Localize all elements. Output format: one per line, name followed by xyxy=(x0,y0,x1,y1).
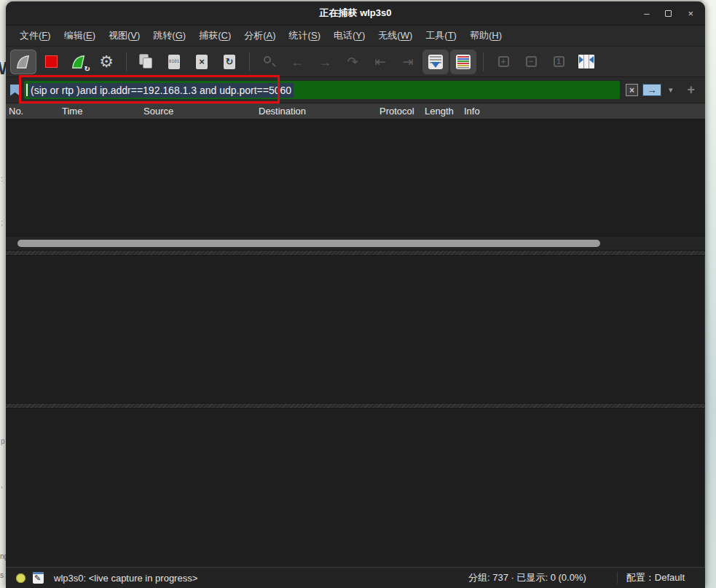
menu-analyze[interactable]: 分析(A) xyxy=(237,26,282,45)
toolbar-separator xyxy=(126,52,127,71)
restart-arrow-icon: ↻ xyxy=(84,65,90,73)
window-title: 正在捕获 wlp3s0 xyxy=(6,7,705,20)
go-back-button[interactable]: ← xyxy=(284,50,310,74)
start-capture-button[interactable] xyxy=(10,50,36,74)
toolbar-separator xyxy=(249,52,250,71)
auto-scroll-icon xyxy=(428,55,443,69)
go-first-packet-button[interactable]: ⇤ xyxy=(367,50,393,74)
column-time[interactable]: Time xyxy=(62,106,82,117)
menu-file[interactable]: 文件(F) xyxy=(13,26,58,45)
go-forward-button[interactable]: → xyxy=(312,50,338,74)
menu-edit[interactable]: 编辑(E) xyxy=(58,26,102,45)
scrollbar-thumb[interactable] xyxy=(17,240,600,247)
find-packet-button[interactable] xyxy=(256,50,283,74)
gear-icon: ⚙ xyxy=(99,54,114,70)
save-file-icon: 0101 xyxy=(168,55,180,69)
apply-filter-button[interactable]: → xyxy=(642,84,661,96)
capture-status-text: wlp3s0: <live capture in progress> xyxy=(54,573,197,584)
text-cursor xyxy=(26,84,28,96)
filter-toolbar: (sip or rtp )and ip.addr==192.168.1.3 an… xyxy=(6,77,705,103)
background-text-fragment: , xyxy=(1,481,3,489)
menu-help[interactable]: 帮助(H) xyxy=(463,26,508,45)
column-source[interactable]: Source xyxy=(143,106,173,117)
open-capture-file-button[interactable] xyxy=(133,50,160,74)
zoom-in-button[interactable]: + xyxy=(490,50,516,74)
expert-info-icon[interactable] xyxy=(16,573,25,583)
packet-list-header: No. Time Source Destination Protocol Len… xyxy=(6,103,705,119)
menu-wireless[interactable]: 无线(W) xyxy=(371,26,419,45)
column-no[interactable]: No. xyxy=(9,106,23,117)
back-arrow-icon: ← xyxy=(291,55,304,68)
go-to-packet-button[interactable]: ↷ xyxy=(339,50,366,74)
capture-options-button[interactable]: ⚙ xyxy=(93,50,119,74)
background-text-fragment: ; xyxy=(1,219,3,227)
zoom-out-icon: − xyxy=(526,56,537,67)
toolbar-separator xyxy=(483,52,484,71)
go-last-packet-button[interactable]: ⇥ xyxy=(395,50,421,74)
save-capture-file-button[interactable]: 0101 xyxy=(161,50,187,74)
maximize-icon[interactable] xyxy=(665,10,672,17)
menu-telephony[interactable]: 电话(Y) xyxy=(327,26,371,45)
background-text-fragment: : xyxy=(1,175,3,183)
menu-capture[interactable]: 捕获(C) xyxy=(192,26,237,45)
shark-fin-icon xyxy=(15,54,31,70)
reload-file-icon: ↻ xyxy=(224,55,235,69)
main-toolbar: ↻ ⚙ 0101 × ↻ ← → ↷ ⇤ xyxy=(6,47,705,77)
profile-text[interactable]: 配置：Default xyxy=(626,571,698,584)
stop-capture-button[interactable] xyxy=(38,50,64,74)
column-length[interactable]: Length xyxy=(425,106,454,117)
pane-splitter[interactable] xyxy=(6,403,705,409)
menu-tools[interactable]: 工具(T) xyxy=(419,26,463,45)
menubar: 文件(F) 编辑(E) 视图(V) 跳转(G) 捕获(C) 分析(A) 统计(S… xyxy=(6,26,705,47)
filter-history-dropdown[interactable]: ▾ xyxy=(666,85,676,95)
packet-details-pane[interactable] xyxy=(6,256,705,403)
first-packet-icon: ⇤ xyxy=(374,55,385,68)
background-text-fragment: s xyxy=(0,571,4,579)
background-text-fragment: p xyxy=(1,437,5,445)
goto-arrow-icon: ↷ xyxy=(347,55,358,68)
pane-splitter[interactable] xyxy=(6,250,705,256)
colorize-button[interactable] xyxy=(450,50,476,74)
stop-square-icon xyxy=(45,55,58,68)
menu-go[interactable]: 跳转(G) xyxy=(146,26,192,45)
column-info[interactable]: Info xyxy=(464,106,480,117)
column-protocol[interactable]: Protocol xyxy=(379,106,414,117)
display-filter-input[interactable]: (sip or rtp )and ip.addr==192.168.1.3 an… xyxy=(24,81,620,99)
forward-arrow-icon: → xyxy=(318,55,331,68)
minimize-icon[interactable]: – xyxy=(644,9,649,18)
titlebar[interactable]: 正在捕获 wlp3s0 – × xyxy=(6,1,705,26)
filter-text-selected: (sip or rtp )and ip.addr==192.168.1.3 an… xyxy=(28,83,294,98)
resize-columns-button[interactable] xyxy=(573,50,599,74)
restart-capture-button[interactable]: ↻ xyxy=(66,50,92,74)
zoom-in-icon: + xyxy=(498,56,509,67)
status-separator xyxy=(617,572,618,584)
column-destination[interactable]: Destination xyxy=(259,106,306,117)
filter-bookmark-icon[interactable] xyxy=(10,85,20,96)
zoom-original-icon: 1 xyxy=(554,56,564,67)
add-filter-button[interactable]: + xyxy=(680,82,699,98)
capture-comment-icon[interactable]: ✎ xyxy=(33,572,44,584)
packet-list-pane[interactable] xyxy=(6,119,705,237)
menu-statistics[interactable]: 统计(S) xyxy=(283,26,327,45)
pencil-icon: ✎ xyxy=(34,573,41,583)
packet-count-text: 分组: 737 · 已显示: 0 (0.0%) xyxy=(468,571,608,584)
menu-view[interactable]: 视图(V) xyxy=(102,26,146,45)
close-capture-file-button[interactable]: × xyxy=(189,50,215,74)
clear-filter-button[interactable]: × xyxy=(626,84,638,96)
packet-bytes-pane[interactable] xyxy=(6,409,705,567)
colorize-icon xyxy=(456,55,471,69)
resize-columns-icon xyxy=(578,55,594,68)
close-file-icon: × xyxy=(196,55,208,69)
zoom-original-button[interactable]: 1 xyxy=(546,50,572,74)
wireshark-window: 正在捕获 wlp3s0 – × 文件(F) 编辑(E) 视图(V) 跳转(G) … xyxy=(6,1,705,588)
auto-scroll-button[interactable] xyxy=(422,50,449,74)
reload-capture-file-button[interactable]: ↻ xyxy=(216,50,243,74)
close-icon[interactable]: × xyxy=(688,9,693,18)
open-file-icon xyxy=(139,54,154,70)
last-packet-icon: ⇥ xyxy=(402,55,413,68)
zoom-out-button[interactable]: − xyxy=(518,50,544,74)
search-icon xyxy=(262,55,277,69)
horizontal-scrollbar[interactable] xyxy=(6,237,705,250)
statusbar: ✎ wlp3s0: <live capture in progress> 分组:… xyxy=(6,567,705,588)
